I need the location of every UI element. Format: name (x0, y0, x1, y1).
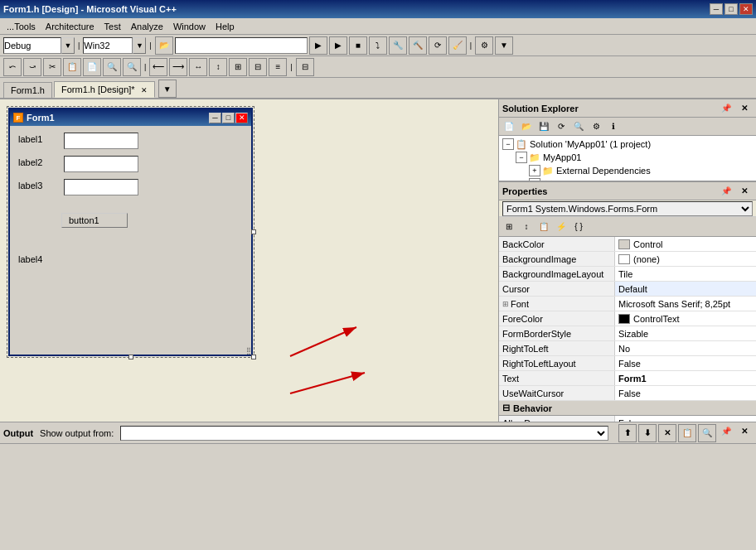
config-dropdown-btn[interactable]: ▼ (61, 37, 75, 54)
step-btn[interactable]: ⤵ (369, 36, 387, 55)
output-source-select[interactable] (120, 426, 608, 441)
extra-btn1[interactable]: ⚙ (475, 36, 493, 55)
output-tb-btn1[interactable]: ⬆ (618, 424, 637, 442)
props-row-righttoleftlayout[interactable]: RightToLeftLayout False (499, 356, 756, 371)
props-view-events-btn[interactable]: ⚡ (553, 220, 569, 234)
tree-item-myapp01[interactable]: − 📁 MyApp01 (501, 151, 754, 164)
tree-item-ext-deps[interactable]: + 📁 External Dependencies (501, 164, 754, 177)
output-pin-btn[interactable]: 📌 (718, 424, 734, 439)
sol-exp-pin-btn[interactable]: 📌 (718, 101, 734, 116)
form-textbox1[interactable] (64, 133, 138, 149)
props-row-righttoleft[interactable]: RightToLeft No (499, 341, 756, 356)
extra-btn2[interactable]: ▼ (495, 36, 513, 55)
props-row-font[interactable]: ⊞Font Microsoft Sans Serif; 8,25pt (499, 297, 756, 311)
platform-dropdown-btn[interactable]: ▼ (133, 37, 146, 54)
menu-help[interactable]: Help (211, 20, 240, 33)
stop-btn[interactable]: ■ (349, 36, 367, 55)
maximize-button[interactable]: □ (724, 3, 738, 15)
menu-analyze[interactable]: Analyze (126, 20, 168, 33)
build-btn[interactable]: 🔨 (409, 36, 427, 55)
platform-input[interactable] (83, 37, 133, 54)
tab-close-icon[interactable]: ✕ (141, 86, 148, 94)
sol-tb-settings[interactable]: ⚙ (588, 119, 604, 134)
props-row-bgimagelayout[interactable]: BackgroundImageLayout Tile (499, 267, 756, 282)
tab-form1h-design[interactable]: Form1.h [Design]* ✕ (54, 81, 155, 98)
edit-btn7[interactable]: 🔍 (123, 58, 141, 76)
edit-btn1[interactable]: ⤺ (3, 58, 22, 76)
format-btn7[interactable]: ≡ (269, 58, 287, 76)
align-btn1[interactable]: ⊟ (296, 58, 314, 76)
config-combo[interactable]: ▼ (3, 37, 75, 54)
props-row-usewaitcursor[interactable]: UseWaitCursor False (499, 386, 756, 401)
edit-btn2[interactable]: ⤻ (23, 58, 41, 76)
config-input[interactable] (3, 37, 61, 54)
output-tb-btn3[interactable]: ✕ (658, 424, 676, 442)
close-button[interactable]: ✕ (739, 3, 753, 15)
sol-tb-filter[interactable]: 🔍 (570, 119, 587, 134)
output-tb-btn5[interactable]: 🔍 (698, 424, 716, 442)
output-tb-btn2[interactable]: ⬇ (638, 424, 657, 442)
sol-exp-close-btn[interactable]: ✕ (736, 101, 753, 116)
format-btn6[interactable]: ⊟ (249, 58, 267, 76)
format-btn1[interactable]: ⟵ (149, 58, 167, 76)
expand-solution[interactable]: − (502, 138, 514, 150)
format-btn4[interactable]: ↕ (209, 58, 227, 76)
props-row-allowdrop[interactable]: AllowDrop False (499, 416, 756, 422)
output-close-btn[interactable]: ✕ (736, 424, 753, 439)
props-row-text[interactable]: Text Form1 (499, 371, 756, 386)
platform-combo[interactable]: ▼ (83, 37, 146, 54)
props-pin-btn[interactable]: 📌 (718, 184, 734, 199)
sol-tb-new[interactable]: 📄 (501, 119, 517, 134)
props-close-btn[interactable]: ✕ (736, 184, 753, 199)
format-btn3[interactable]: ↔ (189, 58, 207, 76)
open-btn[interactable]: 📂 (155, 36, 173, 55)
form-button1[interactable]: button1 (61, 213, 128, 228)
props-view-code-btn[interactable]: { } (570, 220, 587, 234)
expand-ext-deps[interactable]: + (529, 165, 540, 176)
form-textbox2[interactable] (64, 156, 138, 172)
rebuild-btn[interactable]: ⟳ (429, 36, 447, 55)
play-btn[interactable]: ▶ (329, 36, 347, 55)
tree-item-solution[interactable]: − 📋 Solution 'MyApp01' (1 project) (501, 138, 754, 151)
props-object-select[interactable]: Form1 System.Windows.Forms.Form (502, 201, 753, 216)
props-row-bgimage[interactable]: BackgroundImage (none) (499, 252, 756, 267)
edit-btn5[interactable]: 📄 (83, 58, 101, 76)
props-section-expand-behavior[interactable]: ⊟ (502, 403, 510, 413)
edit-btn6[interactable]: 🔍 (103, 58, 121, 76)
tools-btn[interactable]: 🔧 (389, 36, 407, 55)
form-maximize-btn[interactable]: □ (222, 113, 235, 123)
edit-btn4[interactable]: 📋 (63, 58, 81, 76)
format-btn2[interactable]: ⟶ (169, 58, 187, 76)
format-btn5[interactable]: ⊞ (229, 58, 247, 76)
tree-item-header-files[interactable]: − 📁 Header Files (501, 177, 754, 181)
font-expand-icon[interactable]: ⊞ (502, 300, 509, 308)
props-row-cursor[interactable]: Cursor Default (499, 282, 756, 297)
form-minimize-btn[interactable]: ─ (209, 113, 221, 123)
form-close-btn[interactable]: ✕ (235, 113, 248, 123)
props-row-formborderstyle[interactable]: FormBorderStyle Sizable (499, 326, 756, 341)
form-textbox3[interactable] (64, 179, 138, 195)
sol-tb-props[interactable]: ℹ (605, 119, 622, 134)
edit-btn3[interactable]: ✂ (43, 58, 61, 76)
run-btn[interactable]: ▶ (309, 36, 327, 55)
menu-tools[interactable]: ...Tools (2, 20, 41, 33)
menu-window[interactable]: Window (168, 20, 211, 33)
tab-form1h[interactable]: Form1.h (3, 82, 52, 98)
props-view-props-btn[interactable]: 📋 (536, 220, 552, 234)
output-tb-btn4[interactable]: 📋 (678, 424, 696, 442)
props-sort-cat-btn[interactable]: ⊞ (501, 220, 517, 234)
sol-tb-open[interactable]: 📂 (518, 119, 535, 134)
tab-list-btn[interactable]: ▼ (158, 80, 177, 98)
sol-tb-save[interactable]: 💾 (536, 119, 552, 134)
props-sort-alpha-btn[interactable]: ↕ (518, 220, 535, 234)
props-row-forecolor[interactable]: ForeColor ControlText (499, 311, 756, 326)
tree-view[interactable]: − 📋 Solution 'MyApp01' (1 project) − 📁 M… (499, 136, 756, 181)
clean-btn[interactable]: 🧹 (448, 36, 467, 55)
props-row-backcolor[interactable]: BackColor Control (499, 237, 756, 252)
expand-header-files[interactable]: − (529, 178, 540, 181)
expand-myapp01[interactable]: − (516, 152, 527, 163)
sol-tb-refresh[interactable]: ⟳ (553, 119, 569, 134)
menu-test[interactable]: Test (99, 20, 126, 33)
designer-pane[interactable]: F Form1 ─ □ ✕ label1 label2 label3 (0, 99, 499, 422)
build-input[interactable] (175, 37, 308, 54)
